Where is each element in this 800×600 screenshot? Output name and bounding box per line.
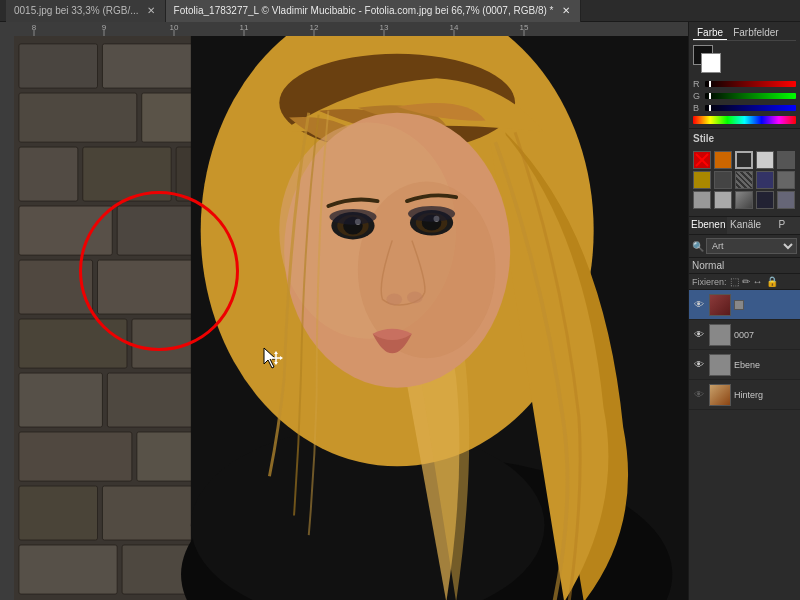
ruler-vertical bbox=[0, 22, 14, 600]
layers-section: Ebenen Kanäle P 🔍 Art Normal Fixieren: ⬚… bbox=[689, 217, 800, 600]
svg-text:12: 12 bbox=[310, 23, 319, 32]
svg-text:9: 9 bbox=[102, 23, 107, 32]
layer-3-thumb bbox=[709, 354, 731, 376]
fixieren-row: Fixieren: ⬚ ✏ ↔ 🔒 bbox=[689, 274, 800, 290]
tab-2[interactable]: Fotolia_1783277_L © Vladimir Mucibabic -… bbox=[166, 0, 581, 22]
lock-transparent-icon[interactable]: ⬚ bbox=[730, 276, 739, 287]
color-swatches bbox=[693, 45, 796, 73]
svg-rect-28 bbox=[117, 206, 201, 255]
svg-rect-24 bbox=[19, 147, 78, 201]
pfade-tab[interactable]: P bbox=[764, 217, 800, 234]
farbe-tab[interactable]: Farbe bbox=[693, 26, 727, 40]
tab-1-close[interactable]: ✕ bbox=[145, 5, 157, 17]
blend-mode-row[interactable]: Normal bbox=[689, 258, 800, 274]
channel-r-bar[interactable] bbox=[705, 81, 796, 87]
channel-g-label: G bbox=[693, 91, 703, 101]
svg-rect-22 bbox=[19, 93, 137, 142]
svg-rect-21 bbox=[102, 44, 200, 88]
ruler-horizontal: 8 9 10 11 12 13 14 15 bbox=[14, 22, 688, 36]
channel-b-bar[interactable] bbox=[705, 105, 796, 111]
svg-rect-25 bbox=[83, 147, 171, 201]
layer-item-1[interactable]: 👁 bbox=[689, 290, 800, 320]
layer-4-name: Hinterg bbox=[734, 390, 763, 400]
stile-section: Stile bbox=[689, 129, 800, 217]
svg-point-60 bbox=[407, 291, 423, 303]
stile-item-8[interactable] bbox=[735, 171, 753, 189]
svg-rect-27 bbox=[19, 206, 112, 255]
layer-2-visibility[interactable]: 👁 bbox=[692, 329, 706, 340]
stile-item-9[interactable] bbox=[756, 171, 774, 189]
layer-item-3[interactable]: 👁 Ebene bbox=[689, 350, 800, 380]
channel-r-label: R bbox=[693, 79, 703, 89]
stile-item-4[interactable] bbox=[756, 151, 774, 169]
svg-rect-39 bbox=[19, 545, 117, 594]
channel-b-label: B bbox=[693, 103, 703, 113]
layer-item-4[interactable]: 👁 Hinterg bbox=[689, 380, 800, 410]
background-swatch[interactable] bbox=[701, 53, 721, 73]
svg-rect-30 bbox=[98, 260, 206, 314]
svg-rect-17 bbox=[0, 22, 14, 600]
layer-4-visibility[interactable]: 👁 bbox=[692, 389, 706, 400]
fixieren-label: Fixieren: bbox=[692, 277, 727, 287]
svg-rect-37 bbox=[19, 486, 98, 540]
stile-item-15[interactable] bbox=[777, 191, 795, 209]
layer-2-name: 0007 bbox=[734, 330, 754, 340]
spectrum-bar[interactable] bbox=[693, 116, 796, 124]
svg-text:15: 15 bbox=[520, 23, 529, 32]
lock-move-icon[interactable]: ↔ bbox=[753, 276, 763, 287]
svg-rect-0 bbox=[14, 22, 688, 36]
stile-item-11[interactable] bbox=[693, 191, 711, 209]
layer-3-visibility[interactable]: 👁 bbox=[692, 359, 706, 370]
layer-4-thumb bbox=[709, 384, 731, 406]
svg-text:14: 14 bbox=[450, 23, 459, 32]
filter-row: 🔍 Art bbox=[689, 235, 800, 258]
stile-item-1[interactable] bbox=[693, 151, 711, 169]
lock-all-icon[interactable]: 🔒 bbox=[766, 276, 778, 287]
main-area: 8 9 10 11 12 13 14 15 bbox=[0, 22, 800, 600]
stile-item-5[interactable] bbox=[777, 151, 795, 169]
farbfelder-tab[interactable]: Farbfelder bbox=[729, 26, 783, 40]
stile-item-12[interactable] bbox=[714, 191, 732, 209]
layers-tabs: Ebenen Kanäle P bbox=[689, 217, 800, 235]
stile-header: Stile bbox=[693, 133, 714, 144]
layer-3-name: Ebene bbox=[734, 360, 760, 370]
ebenen-tab[interactable]: Ebenen bbox=[689, 217, 727, 234]
layer-2-thumb bbox=[709, 324, 731, 346]
stile-item-3[interactable] bbox=[735, 151, 753, 169]
tab-2-label: Fotolia_1783277_L © Vladimir Mucibabic -… bbox=[174, 5, 554, 16]
stile-item-7[interactable] bbox=[714, 171, 732, 189]
channel-g-bar[interactable] bbox=[705, 93, 796, 99]
search-icon: 🔍 bbox=[692, 241, 704, 252]
svg-rect-35 bbox=[19, 432, 132, 481]
layer-1-visibility[interactable]: 👁 bbox=[692, 299, 706, 310]
stile-item-10[interactable] bbox=[777, 171, 795, 189]
svg-point-53 bbox=[329, 209, 376, 225]
stile-item-14[interactable] bbox=[756, 191, 774, 209]
color-section: Farbe Farbfelder R G bbox=[689, 22, 800, 129]
layer-1-thumb bbox=[709, 294, 731, 316]
channel-r-row: R bbox=[693, 79, 796, 89]
fg-bg-color-swatches[interactable] bbox=[693, 45, 721, 73]
svg-text:8: 8 bbox=[32, 23, 37, 32]
photo-canvas[interactable] bbox=[14, 36, 688, 600]
stile-item-2[interactable] bbox=[714, 151, 732, 169]
layer-item-2[interactable]: 👁 0007 bbox=[689, 320, 800, 350]
canvas-area[interactable]: 8 9 10 11 12 13 14 15 bbox=[0, 22, 688, 600]
stile-item-13[interactable] bbox=[735, 191, 753, 209]
tab-1[interactable]: 0015.jpg bei 33,3% (RGB/... ✕ bbox=[6, 0, 166, 22]
svg-rect-29 bbox=[19, 260, 93, 314]
svg-rect-33 bbox=[19, 373, 103, 427]
stile-item-6[interactable] bbox=[693, 171, 711, 189]
svg-rect-38 bbox=[102, 486, 205, 540]
filter-select[interactable]: Art bbox=[706, 238, 797, 254]
tab-2-close[interactable]: ✕ bbox=[560, 5, 572, 17]
stile-grid bbox=[693, 148, 796, 212]
blend-mode-label: Normal bbox=[692, 260, 724, 271]
svg-rect-20 bbox=[19, 44, 98, 88]
kanale-tab[interactable]: Kanäle bbox=[727, 217, 763, 234]
right-panel: Farbe Farbfelder R G bbox=[688, 22, 800, 600]
svg-text:10: 10 bbox=[170, 23, 179, 32]
channel-g-row: G bbox=[693, 91, 796, 101]
svg-text:11: 11 bbox=[240, 23, 249, 32]
lock-paint-icon[interactable]: ✏ bbox=[742, 276, 750, 287]
